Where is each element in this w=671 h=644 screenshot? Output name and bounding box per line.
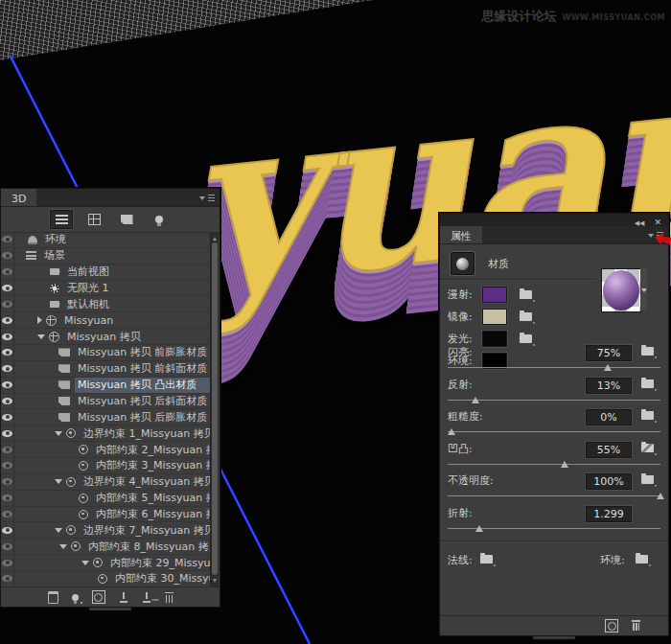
tree-row[interactable]: 默认相机: [1, 296, 211, 312]
slider-value[interactable]: 55%: [586, 442, 632, 458]
tree-scrollbar[interactable]: [210, 233, 219, 586]
slider-thumb[interactable]: [561, 461, 568, 468]
visibility-toggle[interactable]: [1, 491, 14, 506]
slider-value[interactable]: 13%: [586, 378, 632, 394]
material-preview-sphere[interactable]: [601, 268, 641, 312]
slider-value[interactable]: 0%: [586, 409, 632, 426]
tree-row[interactable]: Missyuan 拷贝 后斜面材质: [1, 394, 211, 410]
color-swatch[interactable]: [482, 287, 507, 303]
texture-folder-icon[interactable]: [641, 380, 654, 388]
visibility-toggle[interactable]: [1, 394, 14, 409]
stamp-plus-icon[interactable]: [142, 592, 151, 603]
expand-down-icon[interactable]: [37, 334, 45, 339]
material-sphere-icon[interactable]: [451, 252, 474, 275]
slider-thumb[interactable]: [475, 525, 483, 532]
slides-icon[interactable]: [48, 591, 58, 604]
visibility-toggle[interactable]: [1, 571, 14, 586]
texture-folder-icon[interactable]: [641, 347, 654, 356]
tree-row[interactable]: 内部约束 6_Missyuan 拷贝: [1, 507, 211, 523]
tree-row[interactable]: 无限光 1: [1, 281, 211, 297]
slider-track[interactable]: [448, 427, 660, 438]
expand-right-icon[interactable]: [37, 316, 42, 324]
tree-row[interactable]: 内部约束 29_Missyuan 拷贝: [1, 555, 211, 571]
tree-row[interactable]: 边界约束 1_Missyuan 拷贝: [1, 426, 211, 442]
visibility-toggle[interactable]: [1, 555, 14, 570]
tree-row[interactable]: 内部约束 30_Missyuan ...: [1, 571, 211, 587]
visibility-toggle[interactable]: [1, 248, 14, 264]
slider-track[interactable]: [448, 492, 660, 502]
visibility-toggle[interactable]: [1, 522, 14, 538]
tree-row[interactable]: 场景: [1, 248, 211, 264]
tab-3d[interactable]: 3D: [1, 189, 36, 206]
texture-folder-icon[interactable]: [641, 475, 654, 484]
visibility-toggle[interactable]: [1, 426, 14, 441]
scrollbar-thumb[interactable]: [212, 242, 218, 575]
visibility-toggle[interactable]: [1, 312, 14, 328]
materials-filter-button[interactable]: [115, 210, 138, 229]
render-icon[interactable]: [605, 619, 618, 632]
slider-thumb[interactable]: [472, 397, 479, 403]
tree-row[interactable]: Missyuan 拷贝 凸出材质: [1, 378, 211, 394]
visibility-toggle[interactable]: [1, 361, 14, 377]
slider-track[interactable]: [448, 460, 660, 471]
slider-value[interactable]: 100%: [586, 473, 632, 490]
tab-properties[interactable]: 属性: [440, 226, 482, 243]
slider-thumb[interactable]: [657, 493, 664, 499]
visibility-toggle[interactable]: [1, 329, 14, 344]
slider-track[interactable]: [448, 524, 660, 535]
slider-track[interactable]: [448, 396, 660, 406]
tree-row[interactable]: Missyuan 拷贝 前膨胀材质: [1, 345, 211, 361]
tree-row[interactable]: Missyuan 拷贝 后膨胀材质: [1, 409, 211, 426]
visibility-toggle[interactable]: [1, 507, 14, 522]
trash-icon[interactable]: [165, 592, 174, 603]
texture-folder-icon[interactable]: [520, 334, 532, 343]
collapse-panel-icon[interactable]: [635, 211, 645, 229]
expand-down-icon[interactable]: [55, 479, 62, 484]
render-icon[interactable]: [92, 590, 105, 604]
tree-row[interactable]: 环境: [1, 232, 211, 248]
tree-row[interactable]: 边界约束 7_Missyuan 拷贝: [1, 522, 211, 539]
lights-filter-button[interactable]: [148, 210, 171, 229]
visibility-toggle[interactable]: [1, 345, 14, 360]
close-panel-icon[interactable]: [654, 211, 661, 229]
material-picker-dropdown-icon[interactable]: [640, 268, 647, 310]
slider-value[interactable]: 1.299: [586, 506, 632, 522]
panel-menu-icon[interactable]: [199, 194, 215, 202]
color-swatch[interactable]: [482, 309, 507, 325]
tree-row[interactable]: 当前视图: [1, 264, 211, 281]
tree-row[interactable]: 内部约束 8_Missyuan 拷贝: [1, 539, 211, 555]
visibility-toggle[interactable]: [1, 232, 14, 247]
visibility-toggle[interactable]: [1, 264, 14, 280]
expand-down-icon[interactable]: [55, 431, 62, 436]
slider-track[interactable]: [448, 363, 660, 374]
tree-row[interactable]: Missyuan: [1, 312, 211, 329]
tree-row[interactable]: 内部约束 5_Missyuan 拷贝: [1, 491, 211, 507]
normal-map-folder-icon[interactable]: [480, 555, 493, 564]
expand-down-icon[interactable]: [59, 544, 67, 549]
environment-map-folder-icon[interactable]: [636, 555, 648, 564]
visibility-toggle[interactable]: [1, 409, 14, 425]
slider-value[interactable]: 75%: [586, 345, 632, 361]
visibility-toggle[interactable]: [1, 442, 14, 457]
texture-folder-icon[interactable]: [520, 312, 532, 321]
texture-folder-icon[interactable]: [520, 290, 532, 299]
expand-down-icon[interactable]: [81, 561, 89, 565]
visibility-toggle[interactable]: [1, 281, 14, 296]
meshes-filter-button[interactable]: [82, 210, 105, 229]
trash-icon[interactable]: [632, 620, 640, 631]
visibility-toggle[interactable]: [1, 378, 14, 393]
visibility-toggle[interactable]: [1, 458, 14, 473]
slider-thumb[interactable]: [604, 364, 612, 371]
scene-filter-button[interactable]: [50, 210, 73, 229]
texture-folder-icon[interactable]: [641, 411, 654, 420]
expand-down-icon[interactable]: [55, 528, 62, 533]
tree-row[interactable]: Missyuan 拷贝: [1, 329, 211, 345]
bulb-icon[interactable]: [72, 594, 79, 601]
tree-row[interactable]: 内部约束 2_Missyuan 拷贝: [1, 442, 211, 458]
slider-thumb[interactable]: [448, 428, 455, 435]
visibility-toggle[interactable]: [1, 296, 14, 311]
stamp-icon[interactable]: [119, 592, 128, 603]
tree-row[interactable]: Missyuan 拷贝 前斜面材质: [1, 361, 211, 378]
tree-row[interactable]: 内部约束 3_Missyuan 拷贝: [1, 458, 211, 474]
visibility-toggle[interactable]: [1, 474, 14, 490]
